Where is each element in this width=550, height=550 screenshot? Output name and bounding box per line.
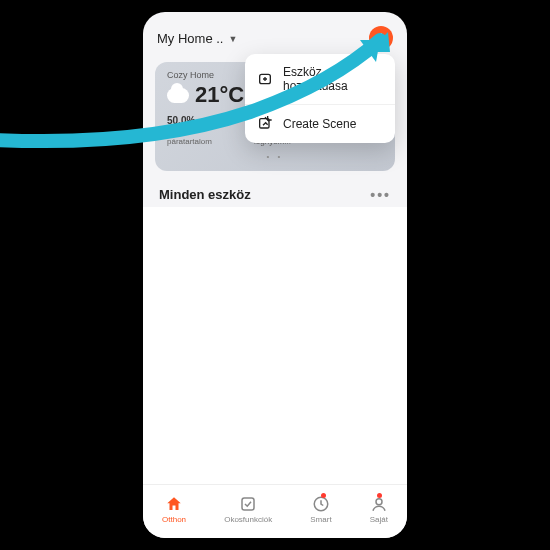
metric-humidity: 50.0% Kültéri páratartalom <box>167 114 236 148</box>
add-menu: Eszköz hozzáadása Create Scene <box>245 54 395 143</box>
check-square-icon <box>239 495 257 513</box>
phone-frame: My Home .. ▼ + Cozy Home 21°C 50.0% Kült… <box>143 12 407 538</box>
badge-icon <box>321 493 326 498</box>
app-header: My Home .. ▼ + <box>143 12 407 58</box>
tab-bar: Otthon Okosfunkciók Smart Saját <box>143 484 407 538</box>
section-title: Minden eszköz <box>159 187 251 202</box>
chevron-down-icon: ▼ <box>228 34 237 44</box>
tab-automations[interactable]: Okosfunkciók <box>224 495 272 524</box>
device-list-empty <box>143 207 407 484</box>
svg-rect-0 <box>242 498 254 510</box>
menu-item-create-scene[interactable]: Create Scene <box>245 104 395 143</box>
menu-item-add-device[interactable]: Eszköz hozzáadása <box>245 54 395 104</box>
tab-smart[interactable]: Smart <box>310 495 331 524</box>
cloud-icon <box>167 88 189 103</box>
scene-icon <box>257 116 273 132</box>
menu-item-label: Create Scene <box>283 117 356 131</box>
device-add-icon <box>257 71 273 87</box>
badge-icon <box>377 493 382 498</box>
plus-icon: + <box>376 29 387 47</box>
svg-point-2 <box>376 499 382 505</box>
home-icon <box>165 495 183 513</box>
home-label: My Home .. <box>157 31 223 46</box>
menu-item-label: Eszköz hozzáadása <box>283 65 383 93</box>
page-dots: • • <box>167 152 383 161</box>
more-icon[interactable]: ••• <box>370 187 391 203</box>
add-button[interactable]: + <box>369 26 393 50</box>
tab-profile[interactable]: Saját <box>370 495 388 524</box>
temperature-value: 21°C <box>195 82 244 108</box>
tab-home[interactable]: Otthon <box>162 495 186 524</box>
compass-icon <box>312 495 330 513</box>
home-selector[interactable]: My Home .. ▼ <box>157 31 237 46</box>
